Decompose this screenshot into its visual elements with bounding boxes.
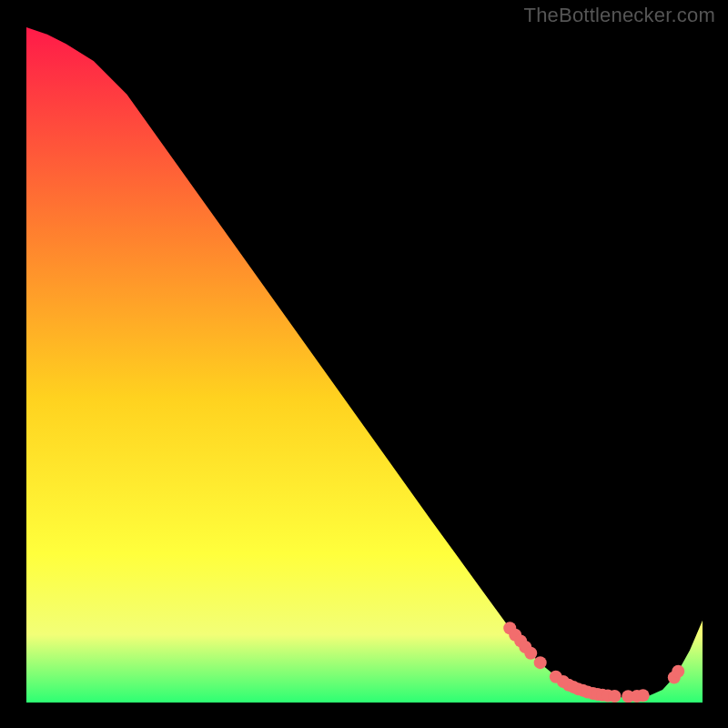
chart-stage: TheBottlenecker.com bbox=[0, 0, 728, 728]
curve-marker bbox=[524, 647, 537, 660]
plot-frame bbox=[26, 26, 703, 703]
curve-marker bbox=[672, 665, 684, 678]
curve-marker bbox=[608, 690, 621, 703]
watermark-text: TheBottlenecker.com bbox=[524, 4, 715, 27]
markers-layer bbox=[26, 26, 703, 703]
curve-marker bbox=[534, 656, 547, 669]
curve-marker bbox=[637, 689, 650, 702]
